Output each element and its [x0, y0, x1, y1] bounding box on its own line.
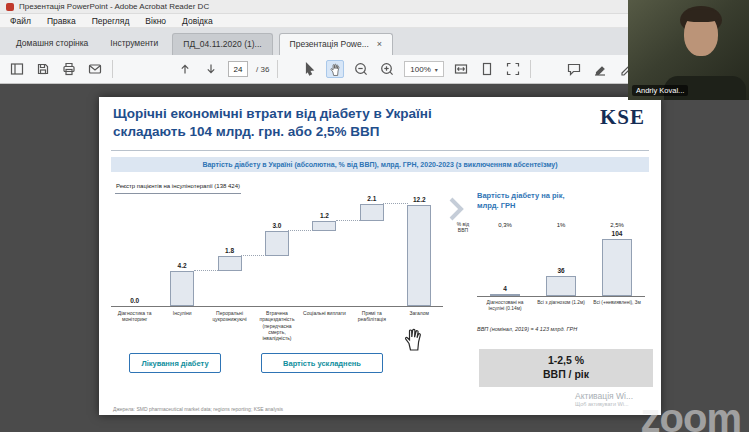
slide-title-line2: складають 104 млрд. грн. або 2,5% ВВП [113, 124, 379, 139]
bar-value-label: 4.2 [158, 262, 205, 269]
source-note: Джерела: SMD pharmaceutical market data;… [113, 406, 283, 412]
bar [312, 221, 336, 231]
waterfall-column: 3.0 [253, 203, 300, 306]
pct-axis-label: % від ВВП [451, 221, 475, 233]
waterfall-column: 1.2 [301, 203, 348, 306]
group-label-complications: Вартість ускладнень [261, 353, 383, 373]
category-label: Пероральні цукрознижуючі [206, 310, 253, 323]
doc-tab-inactive[interactable]: ПД_04.11.2020 (1)... [172, 33, 272, 55]
next-page-icon[interactable] [202, 60, 220, 78]
print-icon[interactable] [60, 60, 78, 78]
save-icon[interactable] [34, 60, 52, 78]
bar-column: 4 [477, 235, 533, 296]
bar [490, 294, 520, 296]
rightchart-pcts: 0,3%1%2,5% [477, 222, 645, 228]
connector-line [241, 255, 266, 256]
windows-activation-watermark: Активація Wі... Щоб активувати Wі... [575, 391, 633, 408]
document-viewport[interactable]: Щорічні економічні втрати від діабету в … [0, 84, 749, 432]
participant-hair-fringe [683, 9, 719, 22]
highlight-icon[interactable] [591, 60, 609, 78]
category-label: Діагностика та моніторинг [111, 310, 158, 323]
bar-value-label: 36 [533, 267, 589, 274]
bar-value-label: 1.8 [206, 247, 253, 254]
zoom-screen-share: Презентація PowerPoint - Adobe Acrobat R… [0, 0, 749, 432]
fit-width-icon[interactable] [452, 60, 470, 78]
menu-view[interactable]: Перегляд [92, 16, 130, 26]
category-label: Всі (+невиявлені), 3м [589, 300, 645, 306]
gdp-note: ВВП (номінал, 2019) = 4 123 млрд. ГРН [477, 326, 577, 332]
bar [407, 205, 431, 306]
slide-title: Щорічні економічні втрати від діабету в … [113, 105, 547, 140]
chart-subtitle-bar: Вартість діабету в Україні (абсолютна, %… [111, 157, 649, 172]
pct-label: 1% [533, 222, 589, 228]
gdp-share-box: 1-2,5 % ВВП / рік [479, 349, 653, 387]
waterfall-column: 12.2 [396, 203, 443, 306]
rightchart-categories: Діагностовані на інсуліні (0.14м)Всі з д… [477, 300, 645, 312]
fullscreen-icon[interactable] [504, 60, 522, 78]
acrobat-app-icon [6, 3, 14, 11]
bar [360, 204, 384, 221]
doc-tab-inactive-label: ПД_04.11.2020 (1)... [183, 39, 261, 49]
bar-value-label: 3.0 [253, 222, 300, 229]
email-icon[interactable] [86, 60, 104, 78]
title-divider [111, 150, 649, 151]
previous-page-icon[interactable] [176, 60, 194, 78]
bar [546, 276, 576, 296]
waterfall-column: 2.1 [348, 203, 395, 306]
close-tab-icon[interactable]: × [377, 39, 382, 49]
comment-icon[interactable] [565, 60, 583, 78]
hand-cursor-icon [402, 327, 424, 355]
waterfall-column: 0.0 [111, 203, 158, 306]
participant-video[interactable]: Andriy Koval... [628, 0, 749, 100]
bar [602, 239, 632, 296]
bar-column: 36 [533, 235, 589, 296]
bar-value-label: 12.2 [396, 196, 443, 203]
rightchart-plot: 436104 [477, 235, 645, 297]
fit-page-icon[interactable] [478, 60, 496, 78]
category-label: Прямі та реабілітація [348, 310, 395, 323]
hand-tool-icon[interactable] [326, 60, 344, 78]
bar-column: 104 [589, 235, 645, 296]
group-label-treatment: Лікування діабету [129, 353, 221, 373]
page-count-label: / 36 [256, 65, 269, 74]
connector-line [336, 220, 361, 221]
page-number-input[interactable]: 24 [228, 61, 248, 77]
tab-tools[interactable]: Інструменти [102, 32, 166, 55]
tab-home[interactable]: Домашня сторінка [8, 32, 96, 55]
zoom-level-select[interactable]: 100% ▾ [404, 61, 443, 77]
select-tool-icon[interactable] [300, 60, 318, 78]
waterfall-categories: Діагностика та моніторингІнсуліниПерорал… [111, 310, 443, 341]
zoom-in-icon[interactable] [378, 60, 396, 78]
menu-file[interactable]: Файл [10, 16, 31, 26]
category-label: Втрачена працездатність (передчасна смер… [253, 310, 300, 341]
kse-logo: KSE [600, 105, 645, 130]
waterfall-plot: 0.04.21.83.01.22.112.2 [111, 203, 443, 307]
bar-value-label: 0.0 [111, 297, 158, 304]
right-chart-title: Вартість діабету на рік, млрд. ГРН [477, 191, 565, 211]
bar [170, 271, 194, 306]
connector-line [194, 270, 219, 271]
category-label: Діагностовані на інсуліні (0.14м) [477, 300, 533, 312]
doc-tab-active[interactable]: Презентація Powe... × [279, 33, 393, 55]
participant-name: Andriy Koval... [632, 85, 688, 96]
bar-value-label: 1.2 [301, 212, 348, 219]
bar-value-label: 4 [477, 285, 533, 292]
doc-tab-active-label: Презентація Powe... [290, 39, 369, 49]
zoom-out-icon[interactable] [352, 60, 370, 78]
chevron-down-icon: ▾ [435, 66, 438, 73]
waterfall-column: 4.2 [158, 203, 205, 306]
zoom-level-value: 100% [410, 65, 430, 74]
bar-value-label: 104 [589, 230, 645, 237]
category-label: Інсуліни [158, 310, 205, 316]
menu-help[interactable]: Довідка [182, 16, 213, 26]
connector-line [288, 230, 313, 231]
page-panel-icon[interactable] [8, 60, 26, 78]
menu-edit[interactable]: Правка [47, 16, 76, 26]
connector-line [383, 203, 408, 204]
slide-title-line1: Щорічні економічні втрати від діабету в … [113, 106, 432, 121]
bar [265, 231, 289, 256]
slide: Щорічні економічні втрати від діабету в … [99, 97, 661, 415]
pct-label: 0,3% [477, 222, 533, 228]
bar [218, 256, 242, 271]
menu-window[interactable]: Вікно [145, 16, 166, 26]
